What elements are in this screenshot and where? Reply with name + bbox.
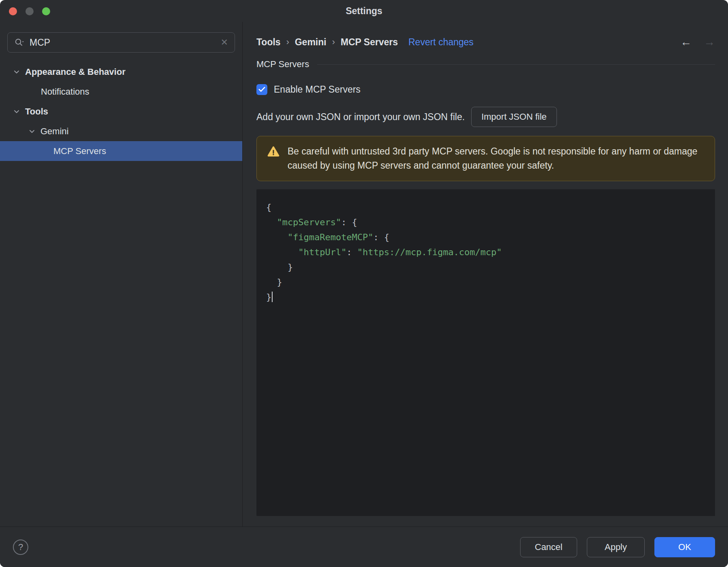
- sidebar-item-label: Appearance & Behavior: [25, 67, 125, 77]
- mcp-servers-panel: Tools › Gemini › MCP Servers Revert chan…: [243, 22, 728, 527]
- traffic-lights: [9, 7, 50, 15]
- sidebar-item-label: MCP Servers: [53, 146, 106, 157]
- chevron-down-icon[interactable]: [28, 127, 36, 136]
- section-header: MCP Servers: [256, 58, 715, 70]
- dialog-footer: ? Cancel Apply OK: [0, 527, 728, 567]
- breadcrumb-gemini[interactable]: Gemini: [295, 37, 326, 48]
- sidebar-item-notifications[interactable]: Notifications: [0, 82, 242, 102]
- minimize-window-icon[interactable]: [25, 7, 34, 15]
- breadcrumb-separator: ›: [286, 37, 289, 47]
- checkmark-icon: [258, 87, 265, 92]
- cancel-button[interactable]: Cancel: [520, 537, 577, 557]
- sidebar-item-label: Notifications: [41, 87, 89, 97]
- warning-text: Be careful with untrusted 3rd party MCP …: [288, 144, 704, 173]
- forward-arrow-icon: →: [704, 36, 715, 49]
- warning-banner: Be careful with untrusted 3rd party MCP …: [256, 136, 715, 181]
- window-title: Settings: [346, 6, 383, 17]
- chevron-down-icon[interactable]: [12, 68, 21, 76]
- sidebar-item-mcp-servers[interactable]: MCP Servers: [0, 141, 242, 161]
- section-divider: [317, 64, 715, 65]
- back-arrow-icon[interactable]: ←: [680, 36, 692, 49]
- import-json-button[interactable]: Import JSON file: [471, 107, 557, 127]
- warning-triangle-icon: [267, 146, 279, 158]
- chevron-down-icon[interactable]: [12, 107, 21, 116]
- settings-search-box[interactable]: ✕: [7, 32, 235, 53]
- clear-search-icon[interactable]: ✕: [221, 38, 228, 47]
- settings-tree: Appearance & Behavior Notifications Tool…: [0, 62, 242, 161]
- section-title: MCP Servers: [256, 59, 309, 70]
- enable-mcp-row: Enable MCP Servers: [256, 83, 715, 96]
- enable-mcp-label: Enable MCP Servers: [274, 84, 360, 95]
- breadcrumb: Tools › Gemini › MCP Servers Revert chan…: [256, 34, 715, 50]
- zoom-window-icon[interactable]: [42, 7, 50, 15]
- sidebar-item-label: Gemini: [40, 126, 69, 137]
- ok-button[interactable]: OK: [654, 537, 715, 557]
- sidebar-item-gemini[interactable]: Gemini: [0, 121, 242, 141]
- close-window-icon[interactable]: [9, 7, 17, 15]
- breadcrumb-separator: ›: [332, 37, 335, 47]
- sidebar-item-label: Tools: [25, 106, 48, 117]
- title-bar: Settings: [0, 0, 728, 22]
- sidebar-item-appearance-behavior[interactable]: Appearance & Behavior: [0, 62, 242, 82]
- help-icon[interactable]: ?: [13, 539, 28, 555]
- settings-window: Settings ✕: [0, 0, 728, 567]
- json-editor-lines: { "mcpServers": { "figmaRemoteMCP": { "h…: [266, 200, 705, 305]
- import-row: Add your own JSON or import your own JSO…: [256, 107, 715, 127]
- settings-sidebar: ✕ Appearance & Behavior Notifications: [0, 22, 243, 527]
- revert-changes-link[interactable]: Revert changes: [408, 37, 474, 48]
- breadcrumb-tools[interactable]: Tools: [256, 37, 281, 48]
- enable-mcp-checkbox[interactable]: [256, 84, 267, 95]
- apply-button[interactable]: Apply: [587, 537, 645, 557]
- json-editor[interactable]: { "mcpServers": { "figmaRemoteMCP": { "h…: [256, 189, 715, 516]
- search-input[interactable]: [30, 37, 216, 48]
- import-description: Add your own JSON or import your own JSO…: [256, 112, 465, 123]
- sidebar-item-tools[interactable]: Tools: [0, 102, 242, 121]
- search-icon: [14, 38, 25, 47]
- breadcrumb-mcp-servers[interactable]: MCP Servers: [341, 37, 398, 48]
